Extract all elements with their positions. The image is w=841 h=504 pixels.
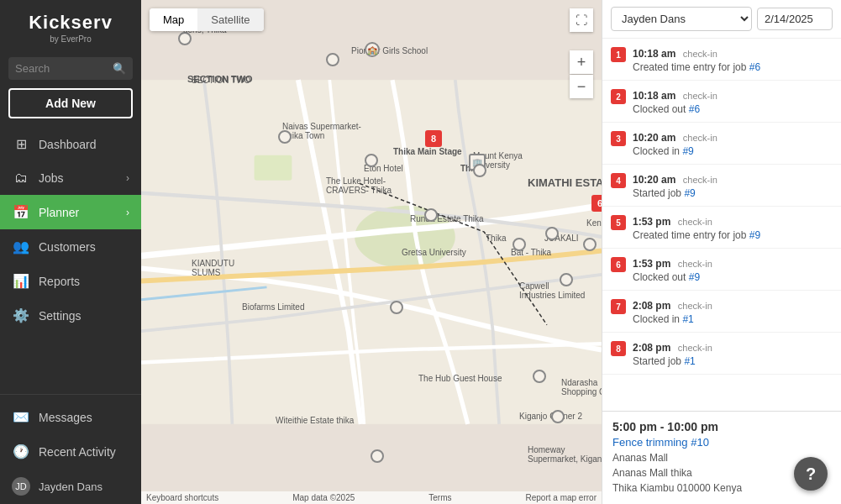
activity-type-2: check-in: [683, 91, 717, 101]
search-input[interactable]: [15, 62, 113, 75]
poi-runda: [424, 208, 438, 222]
jobs-icon: 🗂: [12, 171, 30, 186]
zoom-in-button[interactable]: +: [570, 50, 593, 74]
activity-link-3[interactable]: #9: [682, 145, 693, 157]
report-map-link[interactable]: Report a map error: [526, 493, 597, 502]
activity-content-5: 1:53 pm check-in Created time entry for …: [633, 213, 833, 241]
dashboard-icon: ⊞: [12, 136, 30, 152]
activity-badge-6: 6: [611, 257, 626, 272]
activity-desc-7: Clocked in #1: [633, 313, 833, 325]
panel-header: Jayden Dans: [602, 0, 841, 39]
activity-content-6: 1:53 pm check-in Clocked out #9: [633, 255, 833, 283]
activity-time-2: 10:18 am: [633, 90, 675, 102]
activity-link-4[interactable]: #9: [684, 187, 695, 199]
app-logo: Kickserv: [10, 12, 131, 34]
event-name[interactable]: Fence trimming #10: [612, 436, 831, 449]
search-box[interactable]: 🔍: [8, 57, 133, 80]
map-tab-map[interactable]: Map: [150, 8, 197, 31]
activity-content-3: 10:20 am check-in Clocked in #9: [633, 129, 833, 157]
logo-area: Kickserv by EverPro: [0, 0, 141, 52]
nav-reports-label: Reports: [39, 275, 129, 288]
nav-messages[interactable]: ✉️ Messages: [0, 400, 141, 434]
map-tab-satellite[interactable]: Satellite: [197, 8, 263, 31]
nav-customers-label: Customers: [39, 240, 129, 254]
nav-recent-activity-label: Recent Activity: [39, 445, 129, 459]
customers-icon: 👥: [12, 239, 30, 255]
activity-desc-1: Created time entry for job #6: [633, 61, 833, 73]
poi-witeithie: [371, 449, 384, 463]
poi-biofarms: [390, 301, 403, 314]
activity-time-3: 10:20 am: [633, 132, 675, 144]
activity-link-5[interactable]: #9: [749, 229, 760, 241]
add-new-button[interactable]: Add New: [8, 88, 133, 118]
activity-desc-4: Started job #9: [633, 187, 833, 199]
activity-time-6: 1:53 pm: [633, 258, 670, 270]
keyboard-shortcuts-link[interactable]: Keyboard shortcuts: [146, 493, 218, 502]
map-tabs: Map Satellite: [150, 8, 264, 31]
map-pin-8[interactable]: 8: [425, 130, 442, 147]
nav-messages-label: Messages: [39, 411, 129, 424]
activity-item-2: 2 10:18 am check-in Clocked out #6: [602, 81, 841, 123]
sidebar-bottom: ✉️ Messages 🕐 Recent Activity JD Jayden …: [0, 389, 141, 504]
nav-dashboard[interactable]: ⊞ Dashboard: [0, 127, 141, 161]
activity-badge-2: 2: [611, 89, 626, 104]
user-select[interactable]: Jayden Dans: [611, 7, 752, 31]
activity-link-7[interactable]: #1: [682, 313, 693, 325]
event-time: 5:00 pm - 10:00 pm: [612, 420, 831, 433]
nav-jobs-label: Jobs: [39, 171, 126, 185]
nav-planner[interactable]: 📅 Planner ›: [0, 195, 141, 229]
fullscreen-button[interactable]: ⛶: [570, 8, 593, 32]
activity-content-4: 10:20 am check-in Started job #9: [633, 171, 833, 199]
activity-type-5: check-in: [678, 217, 712, 227]
map-controls: + −: [570, 50, 593, 99]
activity-link-6[interactable]: #9: [689, 271, 700, 283]
user-avatar: JD: [12, 477, 30, 496]
zoom-out-button[interactable]: −: [570, 75, 593, 98]
activity-content-2: 10:18 am check-in Clocked out #6: [633, 87, 833, 115]
activity-type-8: check-in: [678, 343, 712, 353]
activity-link-2[interactable]: #6: [689, 103, 700, 115]
nav-recent-activity[interactable]: 🕐 Recent Activity: [0, 434, 141, 469]
nav-jobs[interactable]: 🗂 Jobs ›: [0, 161, 141, 195]
activity-link-1[interactable]: #6: [749, 61, 760, 73]
poi-thika3: [545, 227, 559, 240]
date-input[interactable]: [757, 8, 833, 30]
right-panel: Jayden Dans 1 10:18 am check-in Created …: [602, 0, 841, 504]
activity-desc-3: Clocked in #9: [633, 145, 833, 157]
sidebar: Kickserv by EverPro 🔍 Add New ⊞ Dashboar…: [0, 0, 141, 504]
activity-time-4: 10:20 am: [633, 174, 675, 186]
planner-chevron-icon: ›: [126, 207, 129, 218]
activity-item-7: 7 2:08 pm check-in Clocked in #1: [602, 291, 841, 333]
activity-link-8[interactable]: #1: [684, 355, 695, 367]
nav-user[interactable]: JD Jayden Dans: [0, 469, 141, 504]
svg-rect-2: [255, 155, 292, 181]
map-footer: Keyboard shortcuts Map data ©2025 Terms …: [141, 491, 602, 504]
activity-content-7: 2:08 pm check-in Clocked in #1: [633, 297, 833, 325]
help-button[interactable]: ?: [794, 457, 828, 491]
poi-capwell: [560, 273, 573, 286]
app-sub: by EverPro: [10, 34, 131, 44]
activity-list: 1 10:18 am check-in Created time entry f…: [602, 39, 841, 411]
settings-icon: ⚙️: [12, 307, 30, 323]
poi-bat: [512, 238, 526, 251]
map-pin-6[interactable]: 6: [591, 195, 602, 212]
planner-icon: 📅: [12, 204, 30, 220]
poi-mku: [473, 164, 486, 177]
activity-type-4: check-in: [683, 175, 717, 185]
nav-settings[interactable]: ⚙️ Settings: [0, 298, 141, 333]
nav-reports[interactable]: 📊 Reports: [0, 264, 141, 298]
activity-badge-8: 8: [611, 341, 626, 356]
nav-customers[interactable]: 👥 Customers: [0, 229, 141, 264]
poi-kiganjo: [551, 410, 565, 423]
activity-item-5: 5 1:53 pm check-in Created time entry fo…: [602, 207, 841, 249]
terms-link[interactable]: Terms: [428, 493, 451, 502]
activity-type-6: check-in: [678, 259, 712, 269]
search-icon: 🔍: [113, 62, 126, 75]
activity-time-5: 1:53 pm: [633, 216, 670, 228]
nav-dashboard-label: Dashboard: [39, 138, 129, 151]
activity-badge-3: 3: [611, 131, 626, 146]
activity-desc-8: Started job #1: [633, 355, 833, 367]
map-background: [141, 0, 602, 504]
activity-time-1: 10:18 am: [633, 48, 675, 60]
activity-time-7: 2:08 pm: [633, 300, 670, 312]
